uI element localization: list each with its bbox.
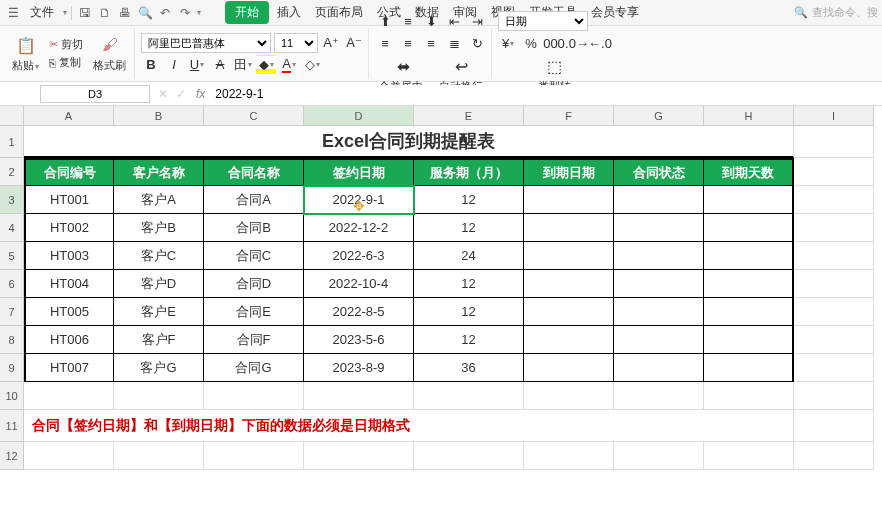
print-icon[interactable]: 🖶 [116, 4, 134, 22]
row-header-2[interactable]: 2 [0, 158, 24, 186]
col-header-I[interactable]: I [794, 106, 874, 126]
increase-font-icon[interactable]: A⁺ [321, 33, 341, 53]
undo-icon[interactable]: ↶ [156, 4, 174, 22]
cell[interactable] [704, 442, 794, 470]
cell[interactable] [114, 382, 204, 410]
clear-format-button[interactable]: ◇▾ [302, 55, 322, 75]
note-text[interactable]: 合同【签约日期】和【到期日期】下面的数据必须是日期格式 [24, 410, 794, 442]
col-header-C[interactable]: C [204, 106, 304, 126]
table-cell[interactable] [704, 298, 794, 326]
table-cell[interactable]: 客户D [114, 270, 204, 298]
col-header-G[interactable]: G [614, 106, 704, 126]
search-input[interactable]: 🔍 查找命令、搜 [794, 5, 878, 20]
chevron-down-icon[interactable]: ▾ [197, 8, 201, 17]
table-cell[interactable]: 2023-5-6 [304, 326, 414, 354]
table-cell[interactable] [614, 242, 704, 270]
col-header-A[interactable]: A [24, 106, 114, 126]
align-justify-icon[interactable]: ≣ [444, 33, 464, 53]
align-bottom-icon[interactable]: ⬇ [421, 11, 441, 31]
table-header[interactable]: 合同名称 [204, 158, 304, 186]
decimal-decrease-icon[interactable]: ←.0 [590, 33, 610, 53]
cell[interactable] [794, 382, 874, 410]
col-header-B[interactable]: B [114, 106, 204, 126]
table-cell[interactable] [704, 270, 794, 298]
table-cell[interactable] [524, 354, 614, 382]
table-cell[interactable]: 合同E [204, 298, 304, 326]
align-middle-icon[interactable]: ≡ [398, 11, 418, 31]
new-icon[interactable]: 🗋 [96, 4, 114, 22]
table-cell[interactable]: 2022-9-1✥ [304, 186, 414, 214]
table-cell[interactable]: 客户G [114, 354, 204, 382]
copy-button[interactable]: ⎘复制 [46, 55, 86, 71]
formula-bar[interactable] [211, 85, 882, 103]
paste-button[interactable]: 📋 粘贴▾ [8, 32, 43, 75]
italic-button[interactable]: I [164, 55, 184, 75]
redo-icon[interactable]: ↷ [176, 4, 194, 22]
strikethrough-button[interactable]: A [210, 55, 230, 75]
orientation-icon[interactable]: ↻ [467, 33, 487, 53]
indent-decrease-icon[interactable]: ⇤ [444, 11, 464, 31]
row-header-11[interactable]: 11 [0, 410, 24, 442]
fx-icon[interactable]: fx [196, 87, 205, 101]
table-cell[interactable]: 12 [414, 270, 524, 298]
table-cell[interactable]: 合同A [204, 186, 304, 214]
fill-color-button[interactable]: ◆▾ [256, 55, 276, 75]
cell[interactable] [524, 442, 614, 470]
select-all-corner[interactable] [0, 106, 24, 126]
font-color-button[interactable]: A▾ [279, 55, 299, 75]
col-header-H[interactable]: H [704, 106, 794, 126]
table-cell[interactable]: 客户C [114, 242, 204, 270]
cell[interactable] [794, 442, 874, 470]
tab-start[interactable]: 开始 [225, 1, 269, 24]
page-title[interactable]: Excel合同到期提醒表 [24, 126, 794, 158]
table-cell[interactable] [704, 354, 794, 382]
table-cell[interactable]: 12 [414, 214, 524, 242]
table-cell[interactable] [524, 214, 614, 242]
table-cell[interactable]: 2023-8-9 [304, 354, 414, 382]
cell[interactable] [204, 382, 304, 410]
table-cell[interactable]: 2022-6-3 [304, 242, 414, 270]
table-cell[interactable]: 12 [414, 186, 524, 214]
table-cell[interactable]: HT004 [24, 270, 114, 298]
cell[interactable] [794, 298, 874, 326]
cell[interactable] [614, 382, 704, 410]
table-cell[interactable]: HT003 [24, 242, 114, 270]
table-header[interactable]: 到期日期 [524, 158, 614, 186]
row-header-5[interactable]: 5 [0, 242, 24, 270]
table-cell[interactable]: HT002 [24, 214, 114, 242]
border-button[interactable]: 田▾ [233, 55, 253, 75]
table-cell[interactable] [524, 242, 614, 270]
cell[interactable] [414, 382, 524, 410]
save-icon[interactable]: 🖫 [76, 4, 94, 22]
cell[interactable] [794, 126, 874, 158]
col-header-F[interactable]: F [524, 106, 614, 126]
underline-button[interactable]: U▾ [187, 55, 207, 75]
cell[interactable] [794, 242, 874, 270]
row-header-6[interactable]: 6 [0, 270, 24, 298]
cell[interactable] [114, 442, 204, 470]
cell[interactable] [524, 382, 614, 410]
decimal-increase-icon[interactable]: .0→ [567, 33, 587, 53]
name-box[interactable] [40, 85, 150, 103]
table-cell[interactable] [704, 214, 794, 242]
table-cell[interactable]: HT005 [24, 298, 114, 326]
cell[interactable] [794, 214, 874, 242]
table-cell[interactable] [614, 354, 704, 382]
chevron-down-icon[interactable]: ▾ [63, 8, 67, 17]
cell[interactable] [794, 326, 874, 354]
table-cell[interactable]: 2022-8-5 [304, 298, 414, 326]
cell[interactable] [794, 410, 874, 442]
format-painter-button[interactable]: 🖌 格式刷 [89, 32, 130, 75]
table-header[interactable]: 合同状态 [614, 158, 704, 186]
align-center-icon[interactable]: ≡ [398, 33, 418, 53]
cell[interactable] [794, 354, 874, 382]
table-cell[interactable] [614, 270, 704, 298]
cell[interactable] [794, 270, 874, 298]
table-cell[interactable] [614, 186, 704, 214]
comma-icon[interactable]: 000 [544, 33, 564, 53]
preview-icon[interactable]: 🔍 [136, 4, 154, 22]
currency-icon[interactable]: ¥▾ [498, 33, 518, 53]
percent-icon[interactable]: % [521, 33, 541, 53]
table-cell[interactable] [614, 214, 704, 242]
table-cell[interactable] [524, 186, 614, 214]
